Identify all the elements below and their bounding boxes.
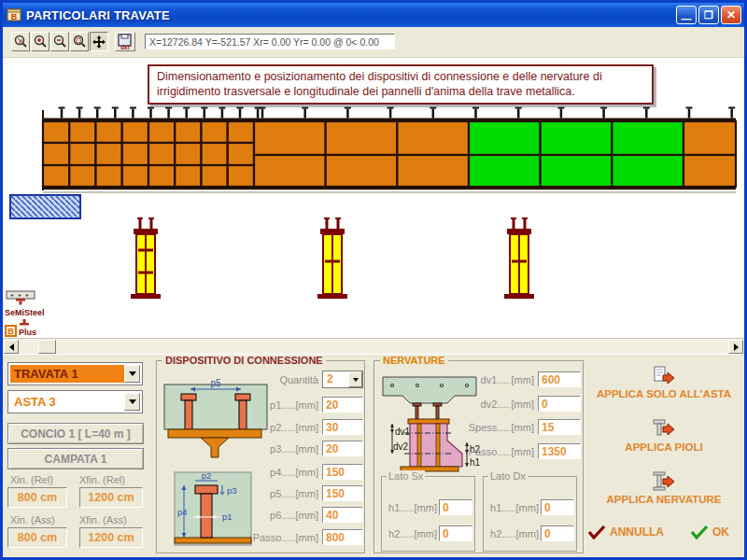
zoom-out-button[interactable] [50, 32, 69, 51]
zoom-extents-button[interactable] [70, 32, 89, 51]
travata-value: TRAVATA 1 [10, 365, 124, 383]
xfin-rel-field: 1200 cm [79, 487, 143, 508]
xfin-ass-label: Xfin. (Ass) [79, 514, 127, 525]
dx-h2-field[interactable]: 0 [541, 525, 574, 541]
svg-text:h1: h1 [470, 457, 481, 468]
stud-arrow-icon [651, 418, 677, 441]
spess-label: Spess.....[mm] [456, 422, 534, 433]
xfin-rel-label: Xfin. (Rel) [79, 474, 125, 485]
zoom-window-icon [13, 35, 28, 49]
apply-nervature-button[interactable] [584, 470, 744, 493]
svg-text:dxf: dxf [120, 43, 131, 49]
apply-asta-label[interactable]: APPLICA SOLO ALL'ASTA [584, 388, 744, 399]
annulla-button[interactable]: ANNULLA [587, 525, 664, 539]
logo-text-1: SeMiSteel [5, 308, 70, 317]
p6-field[interactable]: 40 [322, 507, 363, 523]
sx-h1-field[interactable]: 0 [439, 499, 472, 515]
sx-h2-label: h2.....[mm] [385, 528, 437, 539]
dispositivo-title: DISPOSITIVO DI CONNESSIONE [162, 355, 326, 366]
maximize-button[interactable]: ❐ [698, 6, 719, 24]
chevron-down-icon [353, 378, 359, 382]
quantita-value: 2 [323, 371, 348, 387]
dv2-field[interactable]: 0 [538, 396, 581, 412]
p2-field[interactable]: 30 [322, 419, 363, 435]
sx-h2-field[interactable]: 0 [439, 525, 472, 541]
p3-field[interactable]: 20 [322, 441, 363, 456]
ok-label: OK [712, 525, 729, 539]
apply-pioli-button[interactable] [584, 418, 744, 441]
coordinate-readout: X=12726.84 Y=-521.57 Xr= 0.00 Yr= 0.00 @… [145, 34, 395, 49]
close-button[interactable]: ✕ [721, 6, 741, 24]
zoom-window-button[interactable] [11, 32, 30, 51]
p4-field[interactable]: 150 [322, 464, 363, 480]
pan-button[interactable] [90, 32, 108, 51]
p5-field[interactable]: 150 [322, 485, 363, 501]
zoom-out-icon [52, 35, 67, 49]
passo-label: Passo.....[mm] [242, 532, 318, 543]
scroll-right-button[interactable] [728, 340, 743, 354]
title-bar: B PARTICOLARI TRAVATE — ❐ ✕ [3, 3, 744, 27]
beam-section-logo-icon [5, 290, 38, 306]
nerv-passo-field[interactable]: 1350 [538, 443, 581, 459]
save-dxf-button[interactable]: dxf [115, 32, 135, 51]
svg-text:p4: p4 [177, 507, 188, 517]
minimize-button[interactable]: — [676, 6, 697, 24]
lato-sx-title: Lato Sx [387, 470, 425, 482]
p1-field[interactable]: 20 [322, 397, 363, 413]
svg-text:p3: p3 [227, 485, 237, 496]
nerv-passo-label: Passo.....[mm] [456, 446, 534, 457]
quantita-dropdown-button[interactable] [348, 371, 362, 387]
window-title: PARTICOLARI TRAVATE [26, 8, 170, 22]
semisteel-logo: SeMiSteel B Plus [5, 290, 70, 337]
apply-nervature-label[interactable]: APPLICA NERVATURE [584, 494, 744, 505]
drawing-canvas[interactable]: Dimensionamento e posizionamento dei dis… [3, 58, 744, 338]
zoom-in-button[interactable] [31, 32, 49, 51]
sx-h1-label: h1.....[mm] [385, 502, 437, 513]
zoom-in-icon [33, 35, 48, 49]
p6-label: p6.....[mm] [242, 510, 318, 521]
zoom-extents-icon [72, 35, 87, 49]
dv1-label: dv1.....[mm] [456, 374, 534, 385]
xfin-ass-field: 1200 cm [79, 527, 143, 548]
passo-field[interactable]: 800 [322, 529, 363, 545]
asta-select[interactable]: ASTA 3 [7, 390, 143, 413]
scrollbar-thumb[interactable] [38, 340, 56, 354]
svg-text:dv1: dv1 [395, 427, 411, 437]
p4-label: p4.....[mm] [242, 467, 318, 478]
scroll-left-button[interactable] [4, 340, 19, 354]
svg-text:dv2: dv2 [393, 441, 409, 452]
dx-h1-label: h1.....[mm] [486, 502, 539, 513]
dx-h2-label: h2.....[mm] [486, 528, 539, 539]
svg-text:p1: p1 [222, 511, 233, 522]
p2-label: p2.....[mm] [242, 422, 318, 433]
apply-pioli-label[interactable]: APPLICA PIOLI [584, 441, 744, 453]
nervature-group: NERVATURE dv1 [374, 360, 585, 554]
dv1-field[interactable]: 600 [538, 371, 581, 387]
spess-field[interactable]: 15 [538, 419, 581, 435]
dispositivo-group: DISPOSITIVO DI CONNESSIONE p5 p2 [156, 360, 366, 554]
svg-text:B: B [11, 12, 18, 21]
campata-button[interactable]: CAMPATA 1 [7, 448, 144, 469]
support-hatch-symbol [9, 194, 82, 220]
xin-ass-field: 800 cm [7, 527, 67, 548]
dx-h1-field[interactable]: 0 [541, 499, 574, 515]
right-arrow-icon [734, 343, 739, 351]
save-dxf-icon: dxf [117, 34, 134, 50]
cancel-check-icon [587, 525, 606, 539]
travata-dropdown-button[interactable] [124, 365, 140, 383]
concio-button[interactable]: CONCIO 1 [ L=40 m ] [7, 423, 144, 444]
p5-label: p5.....[mm] [242, 488, 318, 499]
nervature-title: NERVATURE [380, 355, 448, 366]
travata-select[interactable]: TRAVATA 1 [7, 362, 143, 385]
actions-column: APPLICA SOLO ALL'ASTA APPLICA PIOLI APPL… [584, 355, 744, 558]
xin-rel-field: 800 cm [7, 487, 67, 508]
ok-button[interactable]: OK [690, 525, 729, 539]
asta-dropdown-button[interactable] [124, 393, 140, 411]
quantita-select[interactable]: 2 [322, 371, 363, 388]
apply-asta-button[interactable] [584, 366, 744, 386]
svg-text:p2: p2 [202, 470, 212, 481]
toolbar: dxf X=12726.84 Y=-521.57 Xr= 0.00 Yr= 0.… [3, 27, 744, 58]
control-panel: TRAVATA 1 ASTA 3 CONCIO 1 [ L=40 m ] CAM… [3, 354, 744, 557]
app-icon: B [7, 7, 21, 22]
horizontal-scrollbar[interactable] [3, 338, 744, 354]
